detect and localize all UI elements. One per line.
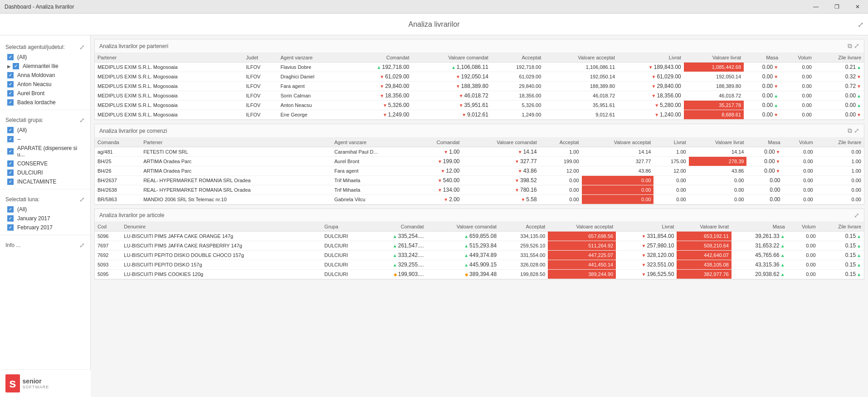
- checkbox-badea[interactable]: [7, 99, 14, 106]
- sidebar-item-badea[interactable]: Badea Iordache: [0, 98, 90, 107]
- sidebar-label-dash: --: [17, 136, 21, 142]
- checkbox-feb2017[interactable]: [7, 224, 14, 231]
- info-expand-icon[interactable]: ⤢: [79, 242, 85, 249]
- close-button[interactable]: ✕: [847, 0, 868, 14]
- arrow-up-icon: ▲: [857, 65, 861, 70]
- cell-livrat: 0.00: [653, 176, 688, 185]
- sidebar-item-feb2017[interactable]: February 2017: [0, 223, 90, 232]
- orders-expand-icon[interactable]: ⤢: [854, 127, 859, 135]
- sidebar-item-aparate[interactable]: APARATE (dispensere si u...: [0, 144, 90, 159]
- arrow-down-icon: ▼: [438, 188, 442, 193]
- checkbox-aurel[interactable]: [7, 90, 14, 97]
- table-row: 5095 LU-BISCUITI PIMS COOKIES 120g DULCI…: [95, 270, 864, 279]
- cell-livrat: 0.00: [653, 185, 688, 195]
- cell-val-comandat: ▼ 780.16: [463, 185, 540, 195]
- sidebar-item-all-grupa[interactable]: (All): [0, 126, 90, 135]
- sidebar-item-anton[interactable]: Anton Neacsu: [0, 80, 90, 89]
- arrow-down-icon: ▼: [462, 112, 466, 117]
- cell-cod: 5095: [95, 270, 121, 279]
- cell-acceptat: 1,249.00: [491, 110, 544, 120]
- luna-expand-icon[interactable]: ⤢: [79, 196, 85, 203]
- cell-masa: 0.00: [746, 185, 783, 195]
- col-val-livrat-p: Valoare livrat: [684, 53, 744, 63]
- sidebar-label-incaltaminte: INCALTAMINTE: [17, 179, 56, 185]
- cell-comanda: BR/5863: [95, 195, 141, 204]
- sidebar-item-alemnaritei[interactable]: ▶ Alemnaritei Ilie: [0, 62, 90, 71]
- content-area: Analiza livrarilor pe parteneri ⧉ ⤢ Part…: [91, 35, 868, 397]
- orders-copy-icon[interactable]: ⧉: [848, 127, 852, 135]
- sidebar-label-jan2017: January 2017: [17, 215, 50, 222]
- partners-expand-icon[interactable]: ⤢: [854, 42, 859, 50]
- orders-section-title: Analiza livrarilor pe comenzi: [99, 128, 167, 134]
- cell-acceptat: 0.00: [540, 176, 582, 185]
- checkbox-conserve[interactable]: [7, 160, 14, 167]
- col-zile-a: Zile livrare: [819, 222, 864, 232]
- table-row: BH/2638 REAL- HYPERMARKET ROMANIA SRL Or…: [95, 185, 864, 195]
- partners-header-icons: ⧉ ⤢: [848, 42, 859, 50]
- cell-volum: 0.00: [783, 147, 816, 157]
- sidebar-item-conserve[interactable]: CONSERVE: [0, 159, 90, 168]
- agent-expand-icon[interactable]: ⤢: [79, 44, 85, 51]
- orders-table-wrapper: Comanda Partener Agent vanzare Comandat …: [95, 138, 864, 204]
- arrow-down-icon: ▼: [641, 243, 646, 248]
- cell-acceptat: 0.00: [540, 185, 582, 195]
- checkbox-dulciuri[interactable]: [7, 169, 14, 176]
- cell-zile: 0.00 ▲: [814, 91, 864, 101]
- cell-partener: ARTIMA Oradea Parc: [141, 157, 332, 166]
- arrow-up-icon: ▲: [451, 65, 456, 70]
- sidebar-item-incaltaminte[interactable]: INCALTAMINTE: [0, 177, 90, 186]
- sidebar-item-all-luna[interactable]: (All): [0, 205, 90, 214]
- sidebar-item-jan2017[interactable]: January 2017: [0, 214, 90, 223]
- cell-val-comandat: ▼ 192,050.14: [412, 72, 491, 82]
- checkbox-alemnaritei[interactable]: [13, 63, 19, 69]
- arrow-down-icon: ▼: [518, 169, 522, 174]
- maximize-button[interactable]: ❐: [826, 0, 847, 14]
- checkbox-jan2017[interactable]: [7, 215, 14, 222]
- sidebar-item-dash[interactable]: --: [0, 135, 90, 144]
- arrow-up-icon: ▲: [393, 243, 397, 248]
- articles-section-header: Analiza livrarilor pe articole ⤢: [95, 209, 864, 222]
- partners-copy-icon[interactable]: ⧉: [848, 42, 852, 50]
- cell-livrat: ▼ 189,843.00: [618, 63, 684, 72]
- expand-icon[interactable]: ⤢: [858, 20, 863, 29]
- sidebar-item-anna[interactable]: Anna Moldovan: [0, 71, 90, 80]
- cell-acceptat: 326,028.00: [499, 260, 548, 270]
- table-row: 7692 LU-BISCUITI PEPITO DISKO DOUBLE CHO…: [95, 251, 864, 260]
- sidebar-item-dulciuri[interactable]: DULCIURI: [0, 168, 90, 177]
- col-livrat-a: Livrat: [616, 222, 677, 232]
- articles-expand-icon[interactable]: ⤢: [854, 212, 859, 219]
- checkbox-incaltaminte[interactable]: [7, 179, 14, 185]
- cell-comandat: ▼ 199.00: [414, 157, 462, 166]
- col-agent-p: Agent vanzare: [278, 53, 346, 63]
- cell-comandat: ▲ 335,254....: [368, 232, 427, 241]
- checkbox-anton[interactable]: [7, 81, 14, 87]
- minimize-button[interactable]: —: [805, 0, 826, 14]
- checkbox-aparate[interactable]: [7, 148, 14, 155]
- cell-volum: 0.00: [783, 157, 816, 166]
- cell-livrat: ▼ 257,980.10: [616, 241, 677, 251]
- col-livrat-o: Livrat: [653, 138, 688, 147]
- cell-masa: 0.00: [746, 195, 783, 204]
- checkbox-all-luna[interactable]: [7, 206, 14, 213]
- sidebar-label-feb2017: February 2017: [17, 224, 53, 231]
- checkbox-dash[interactable]: [7, 136, 14, 142]
- arrow-down-icon: ▼: [641, 253, 646, 258]
- checkbox-all-agent[interactable]: [7, 54, 14, 60]
- grupa-expand-icon[interactable]: ⤢: [79, 116, 85, 124]
- cell-acceptat: 5,326.00: [491, 101, 544, 110]
- cell-val-acceptat: 0.00: [582, 185, 654, 195]
- arrow-down-icon: ▼: [641, 234, 646, 239]
- arrow-down-icon: ▼: [459, 93, 463, 98]
- cell-val-livrat: 14.14: [689, 147, 747, 157]
- table-row: MEDIPLUS EXIM S.R.L. Mogosoaia ILFOV Ene…: [95, 110, 864, 120]
- col-val-acceptat-a: Valoare acceptat: [548, 222, 616, 232]
- cell-partener: FETESTI COM SRL: [141, 147, 332, 157]
- sidebar-item-aurel[interactable]: Aurel Bront: [0, 89, 90, 98]
- checkbox-anna[interactable]: [7, 72, 14, 78]
- checkbox-all-grupa[interactable]: [7, 127, 14, 133]
- cell-val-acceptat: 1,106,086.11: [544, 63, 618, 72]
- sidebar-item-all-agent[interactable]: (All): [0, 53, 90, 62]
- cell-comandat: ▼ 29,840.00: [346, 82, 412, 91]
- arrow-down-icon: ▼: [380, 93, 384, 98]
- col-val-acceptat-o: Valoare acceptat: [582, 138, 654, 147]
